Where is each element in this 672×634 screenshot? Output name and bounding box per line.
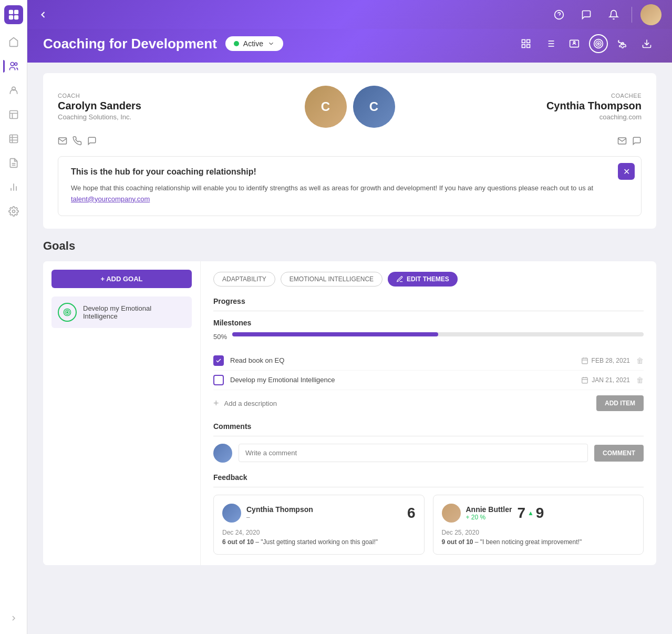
add-goal-button[interactable]: + ADD GOAL — [51, 270, 192, 288]
info-box-close[interactable]: ✕ — [618, 163, 635, 180]
goal-item[interactable]: Develop my Emotional Intelligence — [51, 296, 192, 328]
message-icon[interactable] — [87, 136, 97, 148]
status-badge[interactable]: Active — [225, 36, 283, 51]
bell-icon[interactable] — [604, 5, 623, 24]
feedback-avatar-2 — [442, 504, 461, 523]
svg-rect-37 — [582, 358, 587, 364]
sidebar-item-report[interactable] — [3, 152, 24, 173]
email-icon[interactable] — [58, 136, 67, 148]
sidebar-item-home[interactable] — [3, 32, 24, 53]
svg-rect-1 — [14, 10, 18, 14]
comment-button[interactable]: COMMENT — [594, 445, 644, 462]
sidebar-item-settings[interactable] — [3, 201, 24, 222]
milestone-delete-2[interactable]: 🗑 — [636, 376, 644, 384]
phone-icon[interactable] — [73, 136, 82, 148]
progress-section: Progress Milestones 50% — [213, 297, 644, 412]
target-view-icon[interactable] — [589, 34, 608, 53]
feedback-section: Feedback Cynthia Thompson – — [213, 473, 644, 555]
svg-rect-41 — [582, 377, 588, 383]
coach-contact-icons — [58, 136, 97, 148]
milestone-row-2: Develop my Emotional Intelligence JAN 21… — [213, 371, 644, 390]
svg-point-31 — [597, 43, 599, 44]
add-item-button[interactable]: ADD ITEM — [596, 395, 644, 411]
svg-point-14 — [12, 210, 15, 213]
sidebar-item-table[interactable] — [3, 128, 24, 149]
svg-rect-7 — [9, 111, 17, 119]
feedback-card-2: Annie Buttler + 20 % 7 ▲ 9 Dec — [433, 495, 644, 555]
info-box-link[interactable]: talent@yourcompany.com — [71, 195, 150, 203]
feedback-card-1: Cynthia Thompson – 6 Dec 24, 2020 6 out … — [213, 495, 425, 555]
coachee-contact-icons — [617, 136, 642, 148]
feedback-card-1-top: Cynthia Thompson – 6 — [222, 504, 416, 523]
person-view-icon[interactable] — [565, 34, 584, 53]
goal-label: Develop my Emotional Intelligence — [83, 304, 185, 320]
sidebar-item-profile[interactable] — [3, 80, 24, 101]
chat-icon[interactable] — [577, 5, 596, 24]
milestone-text-1: Read book on EQ — [230, 356, 575, 364]
goal-icon — [58, 303, 77, 322]
topnav — [27, 0, 672, 29]
main-scroll-content: Coach Carolyn Sanders Coaching Solutions… — [27, 63, 672, 634]
comments-section: Comments COMMENT — [213, 422, 644, 463]
app-logo[interactable] — [4, 5, 23, 24]
svg-rect-3 — [14, 15, 18, 19]
coach-info: Coach Carolyn Sanders Coaching Solutions… — [58, 93, 163, 121]
back-button[interactable] — [38, 9, 48, 20]
goals-sidebar: + ADD GOAL Develop my Emotional Intellig… — [43, 261, 201, 565]
milestone-check-2[interactable] — [213, 375, 224, 385]
coachee-email-icon[interactable] — [617, 136, 627, 148]
comment-input[interactable] — [239, 444, 588, 462]
coachee-info: Coachee Cynthia Thompson coaching.com — [536, 93, 642, 121]
status-label: Active — [243, 39, 263, 48]
svg-rect-19 — [522, 45, 525, 48]
settings-view-icon[interactable] — [613, 34, 632, 53]
feedback-date-2: Dec 25, 2020 — [442, 529, 635, 536]
milestone-check-1[interactable] — [213, 355, 224, 366]
sidebar-item-analytics[interactable] — [3, 177, 24, 198]
milestone-delete-1[interactable]: 🗑 — [636, 356, 644, 365]
sidebar — [0, 0, 27, 634]
feedback-change-2: + 20 % — [466, 514, 512, 521]
progress-header: Progress — [213, 297, 644, 305]
add-description-input[interactable] — [224, 395, 591, 412]
sidebar-item-chart[interactable] — [3, 104, 24, 125]
status-dot — [234, 41, 239, 46]
list-view-icon[interactable] — [541, 34, 560, 53]
coach-name: Carolyn Sanders — [58, 100, 163, 112]
svg-rect-2 — [8, 15, 13, 19]
svg-point-4 — [11, 63, 14, 66]
sidebar-expand[interactable] — [3, 608, 24, 629]
coach-avatar: C — [305, 86, 347, 128]
theme-adaptability[interactable]: ADAPTABILITY — [213, 272, 275, 287]
milestone-date-text-2: JAN 21, 2021 — [592, 376, 630, 384]
edit-themes-button[interactable]: EDIT THEMES — [388, 272, 458, 287]
coachee-avatar: C — [353, 86, 395, 128]
coachee-message-icon[interactable] — [632, 136, 642, 148]
feedback-header: Feedback — [213, 473, 644, 482]
milestones-section: Milestones 50% — [213, 319, 644, 412]
coach-label: Coach — [58, 93, 163, 99]
coachee-name: Cynthia Thompson — [536, 100, 642, 112]
theme-emotional-intelligence[interactable]: EMOTIONAL INTELLIGENCE — [281, 272, 382, 287]
download-icon[interactable] — [637, 34, 656, 53]
help-icon[interactable] — [550, 5, 568, 24]
avatars-center: C C — [305, 86, 395, 128]
progress-bar-fill — [232, 332, 438, 336]
progress-pct: 50% — [213, 333, 227, 341]
feedback-score-1: 6 — [407, 505, 416, 521]
feedback-score-2: 7 ▲ 9 — [517, 505, 544, 521]
grid-view-icon[interactable] — [516, 34, 535, 53]
user-avatar[interactable] — [640, 4, 661, 25]
main-content: Coaching for Development Active — [27, 0, 672, 634]
feedback-quote-2: 9 out of 10 – "I been noticing great imp… — [442, 538, 635, 546]
milestone-text-2: Develop my Emotional Intelligence — [230, 376, 575, 384]
sidebar-item-people[interactable] — [3, 56, 24, 77]
milestones-header: Milestones — [213, 319, 644, 327]
coaching-people-row: Coach Carolyn Sanders Coaching Solutions… — [58, 86, 642, 128]
svg-point-36 — [67, 311, 68, 313]
goals-layout: + ADD GOAL Develop my Emotional Intellig… — [43, 261, 656, 565]
svg-rect-17 — [522, 40, 525, 43]
comments-header: Comments — [213, 422, 644, 431]
milestone-date-1: FEB 28, 2021 — [581, 357, 630, 364]
coachee-label: Coachee — [536, 93, 642, 99]
